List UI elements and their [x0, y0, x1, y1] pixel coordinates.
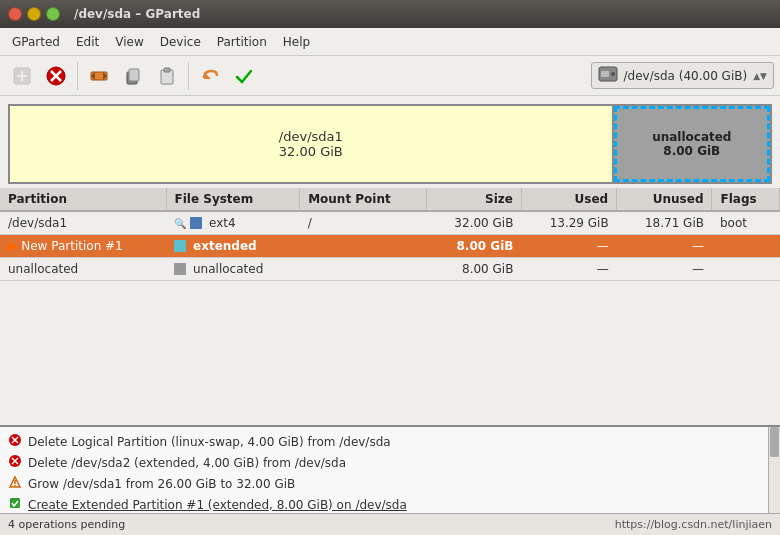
delete-button[interactable]: [40, 60, 72, 92]
device-selector[interactable]: /dev/sda (40.00 GiB) ▲▼: [591, 62, 774, 89]
search-icon: 🔍: [174, 218, 186, 229]
status-url: https://blog.csdn.net/linjiaen: [615, 518, 772, 531]
maximize-button[interactable]: [46, 7, 60, 21]
menu-bar: GParted Edit View Device Partition Help: [0, 28, 780, 56]
cell-partition: ▶New Partition #1: [0, 235, 166, 258]
fs-label: extended: [193, 239, 257, 253]
log-item: Delete /dev/sda2 (extended, 4.00 GiB) fr…: [8, 452, 760, 473]
fs-label: unallocated: [193, 262, 263, 276]
log-item-icon: [8, 496, 22, 513]
log-content: Delete Logical Partition (linux-swap, 4.…: [0, 427, 768, 513]
col-partition: Partition: [0, 188, 166, 211]
cell-mountpoint: /: [300, 211, 427, 235]
table-row[interactable]: unallocatedunallocated8.00 GiB——: [0, 258, 780, 281]
log-item: Grow /dev/sda1 from 26.00 GiB to 32.00 G…: [8, 473, 760, 494]
cell-unused: —: [617, 258, 712, 281]
log-item: Delete Logical Partition (linux-swap, 4.…: [8, 431, 760, 452]
log-item-text: Create Extended Partition #1 (extended, …: [28, 498, 407, 512]
log-area: Delete Logical Partition (linux-swap, 4.…: [0, 425, 780, 535]
apply-button[interactable]: [228, 60, 260, 92]
svg-point-25: [14, 485, 16, 487]
disk-sda1-label: /dev/sda1: [279, 129, 343, 144]
main-content: /dev/sda1 32.00 GiB unallocated 8.00 GiB…: [0, 96, 780, 425]
scrollbar-track[interactable]: [769, 427, 780, 513]
menu-help[interactable]: Help: [275, 31, 318, 53]
log-item-text: Delete /dev/sda2 (extended, 4.00 GiB) fr…: [28, 456, 346, 470]
cell-flags: [712, 258, 780, 281]
svg-point-15: [611, 72, 615, 76]
cell-flags: [712, 235, 780, 258]
copy-button[interactable]: [117, 60, 149, 92]
status-bar: 4 operations pending https://blog.csdn.n…: [0, 513, 780, 535]
disk-visual: /dev/sda1 32.00 GiB unallocated 8.00 GiB: [8, 104, 772, 184]
fs-color-box: [190, 217, 202, 229]
toolbar: /dev/sda (40.00 GiB) ▲▼: [0, 56, 780, 96]
partition-table: Partition File System Mount Point Size U…: [0, 188, 780, 425]
table-row[interactable]: ▶New Partition #1extended8.00 GiB——: [0, 235, 780, 258]
cell-used: —: [521, 235, 616, 258]
cell-filesystem: extended: [166, 235, 300, 257]
svg-rect-26: [10, 498, 20, 508]
window-controls[interactable]: [8, 7, 60, 21]
menu-device[interactable]: Device: [152, 31, 209, 53]
operations-status: 4 operations pending: [8, 518, 125, 531]
fs-color-box: [174, 263, 186, 275]
col-unused: Unused: [617, 188, 712, 211]
cell-mountpoint: [300, 258, 427, 281]
col-size: Size: [426, 188, 521, 211]
chevron-icon: ▲▼: [753, 71, 767, 81]
window-title: /dev/sda – GParted: [74, 7, 200, 21]
cell-size: 8.00 GiB: [426, 258, 521, 281]
log-item-icon: [8, 475, 22, 492]
log-item-icon: [8, 433, 22, 450]
log-item-text: Delete Logical Partition (linux-swap, 4.…: [28, 435, 391, 449]
log-item: Create Extended Partition #1 (extended, …: [8, 494, 760, 513]
cell-unused: —: [617, 235, 712, 258]
minimize-button[interactable]: [27, 7, 41, 21]
cell-partition: /dev/sda1: [0, 211, 166, 235]
menu-gparted[interactable]: GParted: [4, 31, 68, 53]
log-scrollbar[interactable]: [768, 427, 780, 513]
scrollbar-thumb[interactable]: [770, 427, 779, 457]
cell-size: 32.00 GiB: [426, 211, 521, 235]
device-selector-text: /dev/sda (40.00 GiB): [624, 69, 748, 83]
log-item-text: Grow /dev/sda1 from 26.00 GiB to 32.00 G…: [28, 477, 295, 491]
cell-filesystem: 🔍ext4: [166, 212, 300, 234]
disk-unalloc-label: unallocated: [652, 130, 731, 144]
undo-button[interactable]: [194, 60, 226, 92]
toolbar-separator-1: [77, 62, 78, 90]
title-bar: /dev/sda – GParted: [0, 0, 780, 28]
col-flags: Flags: [712, 188, 780, 211]
cell-unused: 18.71 GiB: [617, 211, 712, 235]
table-row[interactable]: /dev/sda1🔍ext4/32.00 GiB13.29 GiB18.71 G…: [0, 211, 780, 235]
svg-rect-12: [164, 68, 170, 72]
log-item-icon: [8, 454, 22, 471]
close-button[interactable]: [8, 7, 22, 21]
disk-partition-sda1[interactable]: /dev/sda1 32.00 GiB: [10, 106, 614, 182]
cell-size: 8.00 GiB: [426, 235, 521, 258]
paste-button[interactable]: [151, 60, 183, 92]
disk-partition-unallocated[interactable]: unallocated 8.00 GiB: [614, 106, 770, 182]
fs-label: ext4: [209, 216, 236, 230]
svg-rect-10: [129, 69, 139, 81]
cell-used: 13.29 GiB: [521, 211, 616, 235]
fs-color-box: [174, 240, 186, 252]
device-selector-icon: [598, 66, 618, 85]
disk-sda1-size: 32.00 GiB: [279, 144, 343, 159]
cell-flags: boot: [712, 211, 780, 235]
cell-partition: unallocated: [0, 258, 166, 281]
menu-partition[interactable]: Partition: [209, 31, 275, 53]
toolbar-separator-2: [188, 62, 189, 90]
cell-mountpoint: [300, 235, 427, 258]
resize-move-button[interactable]: [83, 60, 115, 92]
table-header: Partition File System Mount Point Size U…: [0, 188, 780, 211]
menu-edit[interactable]: Edit: [68, 31, 107, 53]
col-mountpoint: Mount Point: [300, 188, 427, 211]
svg-rect-16: [601, 71, 609, 77]
disk-unalloc-size: 8.00 GiB: [663, 144, 720, 158]
cell-used: —: [521, 258, 616, 281]
col-used: Used: [521, 188, 616, 211]
menu-view[interactable]: View: [107, 31, 151, 53]
cell-filesystem: unallocated: [166, 258, 300, 280]
new-button[interactable]: [6, 60, 38, 92]
